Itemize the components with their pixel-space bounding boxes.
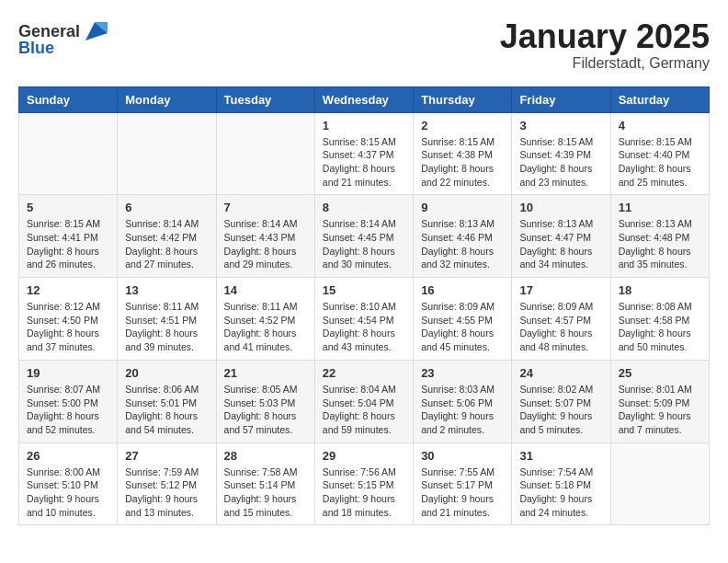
day-detail: Sunrise: 8:15 AM Sunset: 4:38 PM Dayligh… xyxy=(421,135,504,190)
calendar-week-row: 26Sunrise: 8:00 AM Sunset: 5:10 PM Dayli… xyxy=(19,442,710,525)
calendar-day-cell: 30Sunrise: 7:55 AM Sunset: 5:17 PM Dayli… xyxy=(414,442,512,525)
calendar-day-cell: 6Sunrise: 8:14 AM Sunset: 4:42 PM Daylig… xyxy=(118,195,216,278)
calendar-day-cell xyxy=(19,112,118,195)
day-detail: Sunrise: 8:00 AM Sunset: 5:10 PM Dayligh… xyxy=(27,465,109,520)
day-number: 3 xyxy=(519,119,602,132)
day-of-week-header: Thursday xyxy=(414,86,512,112)
day-detail: Sunrise: 8:05 AM Sunset: 5:03 PM Dayligh… xyxy=(224,383,307,437)
calendar-day-cell: 26Sunrise: 8:00 AM Sunset: 5:10 PM Dayli… xyxy=(19,442,118,525)
calendar-day-cell: 14Sunrise: 8:11 AM Sunset: 4:52 PM Dayli… xyxy=(216,278,314,361)
calendar-day-cell: 15Sunrise: 8:10 AM Sunset: 4:54 PM Dayli… xyxy=(314,278,413,361)
logo: General Blue xyxy=(18,18,108,58)
day-number: 5 xyxy=(27,201,109,214)
day-detail: Sunrise: 8:08 AM Sunset: 4:58 PM Dayligh… xyxy=(619,300,701,354)
day-number: 31 xyxy=(519,449,602,463)
day-detail: Sunrise: 8:09 AM Sunset: 4:57 PM Dayligh… xyxy=(519,300,602,354)
calendar-day-cell: 16Sunrise: 8:09 AM Sunset: 4:55 PM Dayli… xyxy=(414,278,512,361)
day-number: 15 xyxy=(323,283,405,297)
day-number: 2 xyxy=(421,119,504,132)
calendar-day-cell: 3Sunrise: 8:15 AM Sunset: 4:39 PM Daylig… xyxy=(512,112,610,195)
calendar-week-row: 12Sunrise: 8:12 AM Sunset: 4:50 PM Dayli… xyxy=(19,278,710,361)
calendar-day-cell: 31Sunrise: 7:54 AM Sunset: 5:18 PM Dayli… xyxy=(512,442,610,525)
day-detail: Sunrise: 8:14 AM Sunset: 4:42 PM Dayligh… xyxy=(125,217,208,271)
day-number: 19 xyxy=(27,366,109,380)
calendar-week-row: 1Sunrise: 8:15 AM Sunset: 4:37 PM Daylig… xyxy=(19,112,710,195)
calendar-day-cell: 21Sunrise: 8:05 AM Sunset: 5:03 PM Dayli… xyxy=(216,360,314,442)
day-detail: Sunrise: 8:15 AM Sunset: 4:40 PM Dayligh… xyxy=(619,135,701,190)
logo-icon xyxy=(82,18,108,44)
day-detail: Sunrise: 8:11 AM Sunset: 4:51 PM Dayligh… xyxy=(125,300,208,354)
day-detail: Sunrise: 7:58 AM Sunset: 5:14 PM Dayligh… xyxy=(224,465,307,520)
calendar-day-cell: 20Sunrise: 8:06 AM Sunset: 5:01 PM Dayli… xyxy=(118,360,216,442)
calendar-week-row: 19Sunrise: 8:07 AM Sunset: 5:00 PM Dayli… xyxy=(19,360,710,442)
day-number: 11 xyxy=(619,201,701,214)
calendar-day-cell: 2Sunrise: 8:15 AM Sunset: 4:38 PM Daylig… xyxy=(414,112,512,195)
day-detail: Sunrise: 8:07 AM Sunset: 5:00 PM Dayligh… xyxy=(27,383,109,437)
day-number: 4 xyxy=(619,119,701,132)
calendar-day-cell: 25Sunrise: 8:01 AM Sunset: 5:09 PM Dayli… xyxy=(610,360,709,442)
day-detail: Sunrise: 8:03 AM Sunset: 5:06 PM Dayligh… xyxy=(421,383,504,437)
day-number: 16 xyxy=(421,283,504,297)
calendar-day-cell: 13Sunrise: 8:11 AM Sunset: 4:51 PM Dayli… xyxy=(118,278,216,361)
day-detail: Sunrise: 7:55 AM Sunset: 5:17 PM Dayligh… xyxy=(421,465,504,520)
day-number: 13 xyxy=(125,283,208,297)
day-number: 18 xyxy=(619,283,701,297)
calendar-day-cell xyxy=(118,112,216,195)
calendar-table: SundayMondayTuesdayWednesdayThursdayFrid… xyxy=(18,86,710,526)
day-number: 24 xyxy=(519,366,602,380)
page-header: General Blue January 2025 Filderstadt, G… xyxy=(18,18,710,72)
day-number: 29 xyxy=(323,449,405,463)
calendar-day-cell: 27Sunrise: 7:59 AM Sunset: 5:12 PM Dayli… xyxy=(118,442,216,525)
day-detail: Sunrise: 8:13 AM Sunset: 4:46 PM Dayligh… xyxy=(421,217,504,271)
title-block: January 2025 Filderstadt, Germany xyxy=(500,18,710,72)
day-number: 7 xyxy=(224,201,307,214)
calendar-day-cell: 5Sunrise: 8:15 AM Sunset: 4:41 PM Daylig… xyxy=(19,195,118,278)
day-detail: Sunrise: 8:15 AM Sunset: 4:39 PM Dayligh… xyxy=(519,135,602,190)
day-number: 14 xyxy=(224,283,307,297)
day-of-week-header: Saturday xyxy=(610,86,709,112)
day-number: 20 xyxy=(125,366,208,380)
day-detail: Sunrise: 8:04 AM Sunset: 5:04 PM Dayligh… xyxy=(323,383,405,437)
day-of-week-header: Tuesday xyxy=(216,86,314,112)
calendar-day-cell: 17Sunrise: 8:09 AM Sunset: 4:57 PM Dayli… xyxy=(512,278,610,361)
calendar-day-cell: 28Sunrise: 7:58 AM Sunset: 5:14 PM Dayli… xyxy=(216,442,314,525)
day-of-week-header: Friday xyxy=(512,86,610,112)
calendar-day-cell xyxy=(216,112,314,195)
day-number: 25 xyxy=(619,366,701,380)
day-of-week-header: Wednesday xyxy=(314,86,413,112)
day-detail: Sunrise: 7:59 AM Sunset: 5:12 PM Dayligh… xyxy=(125,465,208,520)
calendar-day-cell: 11Sunrise: 8:13 AM Sunset: 4:48 PM Dayli… xyxy=(610,195,709,278)
calendar-subtitle: Filderstadt, Germany xyxy=(500,55,710,72)
calendar-title: January 2025 xyxy=(500,18,710,55)
day-detail: Sunrise: 8:13 AM Sunset: 4:47 PM Dayligh… xyxy=(519,217,602,271)
day-detail: Sunrise: 7:54 AM Sunset: 5:18 PM Dayligh… xyxy=(519,465,602,520)
day-number: 22 xyxy=(323,366,405,380)
logo-blue-text: Blue xyxy=(18,39,54,58)
calendar-day-cell: 24Sunrise: 8:02 AM Sunset: 5:07 PM Dayli… xyxy=(512,360,610,442)
day-number: 23 xyxy=(421,366,504,380)
day-detail: Sunrise: 8:14 AM Sunset: 4:45 PM Dayligh… xyxy=(323,217,405,271)
calendar-header-row: SundayMondayTuesdayWednesdayThursdayFrid… xyxy=(19,86,710,112)
day-number: 6 xyxy=(125,201,208,214)
day-detail: Sunrise: 7:56 AM Sunset: 5:15 PM Dayligh… xyxy=(323,465,405,520)
calendar-day-cell: 29Sunrise: 7:56 AM Sunset: 5:15 PM Dayli… xyxy=(314,442,413,525)
day-number: 28 xyxy=(224,449,307,463)
day-detail: Sunrise: 8:02 AM Sunset: 5:07 PM Dayligh… xyxy=(519,383,602,437)
calendar-day-cell: 9Sunrise: 8:13 AM Sunset: 4:46 PM Daylig… xyxy=(414,195,512,278)
day-number: 17 xyxy=(519,283,602,297)
day-of-week-header: Monday xyxy=(118,86,216,112)
day-number: 30 xyxy=(421,449,504,463)
day-detail: Sunrise: 8:15 AM Sunset: 4:37 PM Dayligh… xyxy=(323,135,405,190)
calendar-day-cell: 7Sunrise: 8:14 AM Sunset: 4:43 PM Daylig… xyxy=(216,195,314,278)
day-number: 21 xyxy=(224,366,307,380)
day-number: 10 xyxy=(519,201,602,214)
day-detail: Sunrise: 8:06 AM Sunset: 5:01 PM Dayligh… xyxy=(125,383,208,437)
day-number: 27 xyxy=(125,449,208,463)
calendar-day-cell: 10Sunrise: 8:13 AM Sunset: 4:47 PM Dayli… xyxy=(512,195,610,278)
day-number: 9 xyxy=(421,201,504,214)
day-detail: Sunrise: 8:11 AM Sunset: 4:52 PM Dayligh… xyxy=(224,300,307,354)
day-detail: Sunrise: 8:12 AM Sunset: 4:50 PM Dayligh… xyxy=(27,300,109,354)
day-detail: Sunrise: 8:01 AM Sunset: 5:09 PM Dayligh… xyxy=(619,383,701,437)
day-detail: Sunrise: 8:10 AM Sunset: 4:54 PM Dayligh… xyxy=(323,300,405,354)
day-number: 12 xyxy=(27,283,109,297)
